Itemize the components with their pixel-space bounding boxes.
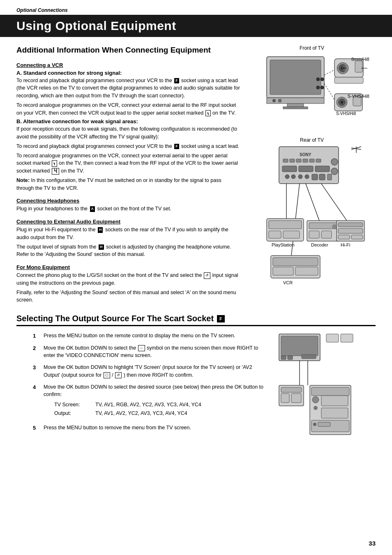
svg-rect-30 bbox=[290, 159, 295, 162]
svg-rect-86 bbox=[281, 387, 302, 392]
av2-out-symbol: ⬡ bbox=[104, 372, 110, 379]
svg-point-96 bbox=[313, 423, 316, 426]
svg-rect-97 bbox=[318, 422, 330, 426]
svg-text:Hi-Fi: Hi-Fi bbox=[341, 242, 350, 247]
menu-symbol: ↔ bbox=[138, 345, 145, 352]
svg-rect-29 bbox=[283, 159, 288, 162]
svg-rect-93 bbox=[321, 396, 348, 406]
hi8-label: 8mm/Hi8 bbox=[351, 57, 369, 62]
page-number: 33 bbox=[369, 540, 376, 547]
aerial-lower: ┗┫ bbox=[52, 168, 59, 175]
svg-rect-54 bbox=[283, 231, 300, 238]
mono-symbol: ↺ bbox=[204, 272, 210, 279]
svg-rect-64 bbox=[351, 235, 363, 239]
svg-rect-1 bbox=[270, 60, 321, 94]
hifi-icon2: H bbox=[99, 244, 104, 250]
svg-rect-43 bbox=[319, 174, 325, 180]
tv-front-diagram: S-VHS/Hi8 8mm/Hi8 S-VHS/Hi8 bbox=[254, 53, 369, 131]
svg-point-59 bbox=[332, 224, 337, 229]
bottom-section: Selecting The Output Source For The Scar… bbox=[0, 314, 392, 447]
scart-f-icon: F bbox=[217, 315, 225, 322]
vcr-note: Note: In this configuration, the TV must… bbox=[16, 177, 240, 192]
headphones-heading: Connecting Headphones bbox=[16, 198, 240, 204]
standard-text1: To record and playback digital programme… bbox=[16, 77, 240, 100]
svg-rect-42 bbox=[312, 174, 318, 180]
external-audio-heading: Connecting to External Audio Equipment bbox=[16, 219, 240, 225]
front-tv-label: Front of TV bbox=[248, 45, 376, 51]
standard-heading: A. Standard connection for strong signal… bbox=[16, 70, 240, 76]
svg-line-26 bbox=[324, 83, 334, 100]
alternative-text2: To record and playback digital programme… bbox=[16, 143, 240, 150]
svg-rect-52 bbox=[269, 221, 302, 229]
svg-rect-31 bbox=[296, 159, 301, 162]
svg-point-38 bbox=[285, 175, 289, 179]
svg-rect-37 bbox=[315, 166, 330, 172]
svg-rect-80 bbox=[341, 334, 353, 342]
svg-rect-11 bbox=[355, 61, 362, 72]
svhs-label: S-VHS/Hi8 bbox=[348, 94, 369, 99]
alternative-text3: To record analogue programmes on the VCR… bbox=[16, 152, 240, 175]
rear-tv-label: Rear of TV bbox=[248, 137, 376, 143]
svg-point-39 bbox=[291, 175, 295, 179]
svg-rect-79 bbox=[326, 334, 339, 342]
svg-rect-35 bbox=[282, 166, 297, 172]
svg-rect-82 bbox=[288, 356, 293, 359]
vcr-heading: Connecting a VCR bbox=[16, 62, 240, 68]
svg-point-5 bbox=[272, 99, 276, 102]
svg-text:SONY: SONY bbox=[300, 152, 311, 157]
svg-rect-33 bbox=[309, 159, 314, 162]
svg-rect-87 bbox=[281, 394, 289, 403]
aerial-upper: ┓ bbox=[52, 160, 57, 167]
svg-rect-3 bbox=[287, 104, 304, 107]
svg-rect-81 bbox=[281, 356, 286, 359]
svg-rect-36 bbox=[299, 166, 313, 172]
svg-point-46 bbox=[331, 168, 338, 175]
svg-text:Decoder: Decoder bbox=[311, 242, 328, 247]
svg-point-24 bbox=[316, 78, 320, 81]
svg-point-41 bbox=[305, 175, 309, 179]
bottom-content: 1 Press the MENU button on the remote co… bbox=[16, 332, 376, 439]
svg-point-19 bbox=[341, 101, 343, 104]
svg-point-45 bbox=[331, 159, 338, 165]
svg-rect-44 bbox=[327, 174, 332, 180]
svg-rect-4 bbox=[283, 107, 308, 109]
right-column: Front of TV bbox=[248, 45, 376, 306]
svg-line-49 bbox=[321, 184, 347, 221]
headphones-text: Plug in your headphones to the A socket … bbox=[16, 205, 240, 213]
svg-rect-12 bbox=[334, 77, 363, 83]
scart-icon-f2: F bbox=[174, 144, 179, 150]
scart-icon-f: F bbox=[174, 78, 179, 84]
left-column: Additional Information When Connecting E… bbox=[16, 45, 240, 306]
svg-rect-63 bbox=[338, 235, 350, 239]
svg-rect-6 bbox=[278, 99, 281, 102]
svg-rect-68 bbox=[295, 267, 318, 275]
svg-point-25 bbox=[321, 78, 324, 81]
table-row-2: Output: TV, AV1, AV2, YC2, AV3, YC3, AV4… bbox=[54, 410, 269, 417]
svg-rect-78 bbox=[302, 355, 316, 359]
svg-text:S-VHS/Hi8: S-VHS/Hi8 bbox=[336, 111, 356, 116]
selecting-output-heading: Selecting The Output Source For The Scar… bbox=[16, 314, 376, 326]
main-content: Additional Information When Connecting E… bbox=[0, 37, 392, 314]
alternative-text1: If poor reception occurs due to weak sig… bbox=[16, 125, 240, 141]
tv-rear-diagram: SONY bbox=[254, 145, 369, 284]
page: Optional Connections Using Optional Equi… bbox=[0, 0, 392, 555]
svg-rect-53 bbox=[269, 231, 281, 238]
steps-area: 1 Press the MENU button on the remote co… bbox=[33, 332, 269, 439]
alternative-heading: B. Alternative connection for weak signa… bbox=[16, 118, 240, 124]
step-1: 1 Press the MENU button on the remote co… bbox=[33, 332, 269, 340]
section-label: Optional Connections bbox=[0, 0, 392, 15]
svg-rect-88 bbox=[291, 394, 301, 403]
svg-rect-34 bbox=[316, 159, 321, 162]
page-title: Using Optional Equipment bbox=[0, 15, 392, 37]
step-3: 3 Move the OK button DOWN to highlight '… bbox=[33, 364, 269, 379]
steps-list: 1 Press the MENU button on the remote co… bbox=[33, 332, 269, 432]
svg-rect-61 bbox=[338, 223, 363, 227]
external-audio-text1: Plug in your Hi-Fi equipment to the H so… bbox=[16, 226, 240, 242]
source-table: TV Screen: TV, AV1, RGB, AV2, YC2, AV3, … bbox=[54, 401, 269, 417]
svg-rect-62 bbox=[338, 228, 363, 233]
svg-text:VCR: VCR bbox=[283, 280, 293, 285]
svg-rect-94 bbox=[321, 408, 348, 418]
table-row-1: TV Screen: TV, AV1, RGB, AV2, YC2, AV3, … bbox=[54, 401, 269, 409]
svg-point-92 bbox=[314, 406, 318, 410]
bottom-diagram bbox=[277, 332, 359, 439]
